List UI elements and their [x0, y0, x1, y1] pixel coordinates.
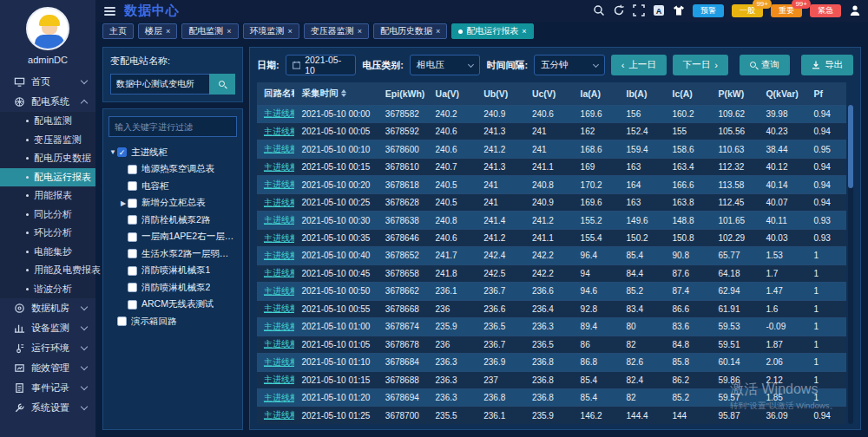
tree-checkbox[interactable]: [128, 266, 137, 276]
tree-node-消防喷淋机械泵2[interactable]: 消防喷淋机械泵2: [108, 279, 237, 297]
tree-node-消防栓机械泵2路[interactable]: 消防栓机械泵2路: [108, 212, 237, 229]
translate-icon[interactable]: A: [653, 4, 665, 16]
tree-checkbox[interactable]: [128, 300, 137, 310]
tree-checkbox[interactable]: [117, 316, 127, 326]
voltage-type-select[interactable]: 相电压: [410, 55, 481, 75]
circuit-link[interactable]: 主进线柜: [257, 389, 294, 407]
tree-checkbox[interactable]: [128, 181, 137, 191]
station-name-input[interactable]: [110, 74, 209, 95]
tab-楼层[interactable]: 楼层×: [138, 23, 177, 39]
sidebar-subitem-配电历史数据[interactable]: 配电历史数据: [0, 149, 95, 168]
alert-button-一般[interactable]: 一般99+: [732, 4, 763, 17]
tab-close-icon[interactable]: ×: [436, 27, 440, 36]
station-search-button[interactable]: [209, 74, 235, 95]
circuit-link[interactable]: 主进线柜: [257, 371, 294, 388]
user-icon[interactable]: [849, 4, 861, 16]
circuit-link[interactable]: 主进线柜: [257, 122, 294, 140]
tree-collapse-icon[interactable]: ▼: [108, 148, 117, 156]
tree-node-主进线柜[interactable]: ▼✓主进线柜: [108, 144, 237, 161]
tab-close-icon[interactable]: ×: [288, 27, 293, 36]
tree-checkbox[interactable]: ✓: [117, 147, 127, 157]
table-cell: 94: [574, 264, 620, 282]
interval-select[interactable]: 五分钟: [534, 55, 605, 75]
tree-node-演示箱回路[interactable]: 演示箱回路: [108, 313, 237, 330]
tree-node-ARCM无线表测试[interactable]: ARCM无线表测试: [108, 297, 237, 314]
circuit-link[interactable]: 主进线柜: [257, 212, 294, 229]
sidebar-item-运行环境[interactable]: 运行环境: [0, 338, 95, 358]
sidebar-subitem-同比分析[interactable]: 同比分析: [0, 205, 95, 225]
sidebar-subitem-配电运行报表[interactable]: 配电运行报表: [0, 168, 95, 187]
sidebar-subitem-配电监测[interactable]: 配电监测: [0, 112, 95, 131]
avatar[interactable]: [26, 7, 69, 50]
prev-day-button[interactable]: ‹上一日: [611, 55, 667, 75]
circuit-link[interactable]: 主进线柜: [257, 283, 294, 300]
sidebar-subitem-用能及电费报表[interactable]: 用能及电费报表: [0, 261, 95, 280]
tree-node-一层南1APE2右一层北1APE1左[interactable]: 一层南1APE2右一层北1APE1左: [108, 229, 237, 246]
table-scrollbar-thumb[interactable]: [848, 105, 853, 188]
fullscreen-icon[interactable]: [633, 4, 645, 16]
tab-配电历史数据[interactable]: 配电历史数据×: [373, 23, 447, 39]
sort-icon[interactable]: [341, 89, 346, 97]
circuit-link[interactable]: 主进线柜: [257, 176, 294, 193]
circuit-link[interactable]: 主进线柜: [257, 140, 294, 158]
tree-checkbox[interactable]: [128, 199, 137, 208]
tab-配电运行报表[interactable]: 配电运行报表×: [451, 23, 533, 39]
search-icon[interactable]: [593, 4, 605, 16]
circuit-link[interactable]: 主进线柜: [257, 105, 294, 122]
sidebar-item-设备监测[interactable]: 设备监测: [0, 318, 95, 338]
date-picker[interactable]: 2021-05-10: [286, 55, 357, 75]
tab-变压器监测[interactable]: 变压器监测×: [304, 23, 369, 39]
tree-checkbox[interactable]: [128, 283, 137, 292]
query-button[interactable]: 查询: [740, 55, 790, 75]
sidebar-subitem-电能集抄[interactable]: 电能集抄: [0, 243, 95, 262]
tab-配电监测[interactable]: 配电监测×: [181, 23, 238, 39]
sidebar-item-事件记录[interactable]: 事件记录: [0, 378, 95, 398]
table-cell: 59.53: [711, 318, 759, 336]
tree-checkbox[interactable]: [128, 249, 137, 258]
tree-filter-input[interactable]: [108, 116, 237, 137]
tree-checkbox[interactable]: [128, 232, 137, 242]
sidebar-item-数据机房[interactable]: 数据机房: [0, 298, 95, 318]
tab-close-icon[interactable]: ×: [227, 27, 231, 36]
circuit-link[interactable]: 主进线柜: [257, 193, 294, 211]
circuit-link[interactable]: 主进线柜: [257, 264, 294, 282]
tree-node-生活水泵2路一层弱电房[interactable]: 生活水泵2路一层弱电房: [108, 245, 237, 263]
tree-node-新增分立柜总表[interactable]: ▶新增分立柜总表: [108, 195, 237, 212]
sidebar-item-系统设置[interactable]: 系统设置: [0, 398, 95, 418]
tab-close-icon[interactable]: ×: [166, 27, 170, 36]
circuit-link[interactable]: 主进线柜: [257, 407, 294, 424]
tab-主页[interactable]: 主页: [102, 23, 134, 39]
column-header-采集时间[interactable]: 采集时间: [294, 82, 378, 105]
tree-checkbox[interactable]: [128, 165, 137, 174]
sidebar-item-配电系统[interactable]: 配电系统: [0, 92, 95, 112]
tab-close-icon[interactable]: ×: [358, 27, 362, 36]
next-day-button[interactable]: 下一日›: [673, 55, 728, 75]
tree-node-电容柜[interactable]: 电容柜: [108, 178, 237, 195]
sidebar-item-能效管理[interactable]: 能效管理: [0, 358, 95, 378]
tab-close-icon[interactable]: ×: [522, 27, 526, 36]
alert-button-紧急[interactable]: 紧急: [810, 4, 841, 17]
circuit-link[interactable]: 主进线柜: [257, 336, 294, 353]
theme-icon[interactable]: [673, 4, 685, 16]
circuit-link[interactable]: 主进线柜: [257, 354, 294, 371]
sidebar-subitem-谐波分析[interactable]: 谐波分析: [0, 280, 95, 299]
tree-expand-icon[interactable]: ▶: [119, 199, 128, 207]
sidebar-subitem-环比分析[interactable]: 环比分析: [0, 224, 95, 243]
menu-toggle-icon[interactable]: [104, 7, 115, 16]
alert-button-预警[interactable]: 预警: [693, 4, 724, 17]
tree-node-消防喷淋机械泵1[interactable]: 消防喷淋机械泵1: [108, 263, 237, 280]
circuit-link[interactable]: 主进线柜: [257, 247, 294, 264]
circuit-link[interactable]: 主进线柜: [257, 158, 294, 175]
sidebar-subitem-用能报表[interactable]: 用能报表: [0, 186, 95, 205]
export-button[interactable]: 导出: [801, 55, 853, 75]
circuit-link[interactable]: 主进线柜: [257, 229, 294, 246]
sidebar-subitem-变压器监测[interactable]: 变压器监测: [0, 131, 95, 150]
refresh-icon[interactable]: [613, 4, 625, 16]
tree-checkbox[interactable]: [128, 215, 137, 225]
alert-button-重要[interactable]: 重要99+: [771, 4, 802, 17]
circuit-link[interactable]: 主进线柜: [257, 300, 294, 317]
circuit-link[interactable]: 主进线柜: [257, 318, 294, 336]
sidebar-item-首页[interactable]: 首页: [0, 72, 95, 92]
tab-环境监测[interactable]: 环境监测×: [243, 23, 299, 39]
tree-node-地源热泵空调总表[interactable]: 地源热泵空调总表: [108, 161, 237, 179]
